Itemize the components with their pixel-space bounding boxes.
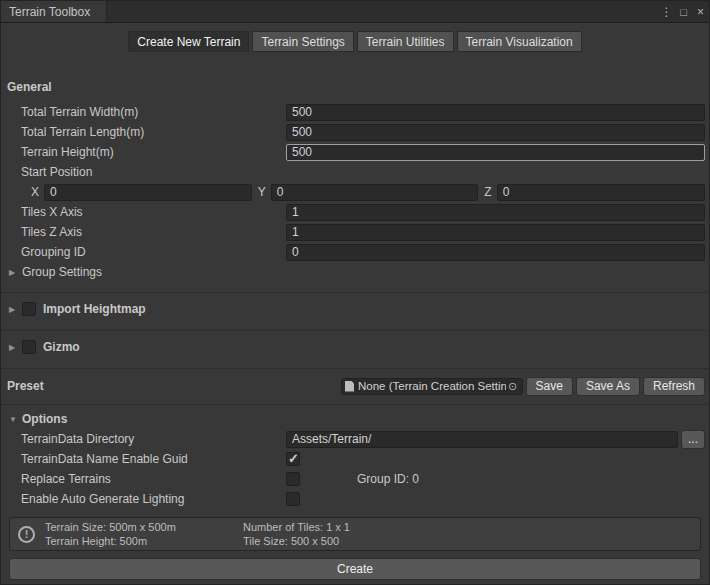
y-axis-group: Y [258, 184, 479, 201]
replace-terrains-row: Replace Terrains Group ID: 0 [1, 469, 709, 489]
z-axis-group: Z [484, 184, 705, 201]
gizmo-label: Gizmo [43, 340, 80, 354]
x-position-input[interactable] [44, 184, 252, 201]
auto-generate-lighting-checkbox[interactable] [286, 492, 300, 506]
preset-row: Preset None (Terrain Creation Setting ⊙ … [1, 376, 709, 396]
terrain-height-row: Terrain Height(m) [1, 142, 709, 162]
terraindata-name-guid-row: TerrainData Name Enable Guid [1, 449, 709, 469]
grouping-id-input[interactable] [286, 244, 705, 261]
z-axis-label: Z [484, 185, 491, 199]
scriptable-object-icon [345, 381, 354, 392]
preset-object-field[interactable]: None (Terrain Creation Setting ⊙ [341, 378, 523, 395]
save-button[interactable]: Save [526, 377, 573, 396]
total-terrain-width-label: Total Terrain Width(m) [21, 105, 286, 119]
kebab-menu-icon[interactable]: ⋮ [658, 1, 675, 22]
foldout-collapsed-arrow-icon [9, 305, 22, 314]
terraindata-directory-input[interactable] [286, 431, 678, 448]
import-heightmap-section: Import Heightmap [1, 292, 709, 320]
tiles-x-axis-input[interactable] [286, 204, 705, 221]
z-position-input[interactable] [497, 184, 705, 201]
tiles-x-axis-row: Tiles X Axis [1, 202, 709, 222]
preset-object-value: None (Terrain Creation Setting [358, 380, 506, 392]
tab-bar: Create New Terrain Terrain Settings Terr… [1, 31, 709, 52]
preset-section: Preset None (Terrain Creation Setting ⊙ … [1, 368, 709, 396]
window-tab[interactable]: Terrain Toolbox [1, 1, 107, 22]
group-settings-foldout[interactable]: Group Settings [1, 262, 709, 282]
titlebar-spacer [107, 1, 658, 22]
general-section-header: General [1, 52, 709, 102]
total-terrain-length-row: Total Terrain Length(m) [1, 122, 709, 142]
gizmo-checkbox[interactable] [22, 340, 36, 354]
gizmo-section: Gizmo [1, 330, 709, 358]
tile-info: Number of Tiles: 1 x 1 Tile Size: 500 x … [243, 520, 350, 548]
tiles-z-axis-row: Tiles Z Axis [1, 222, 709, 242]
auto-generate-lighting-label: Enable Auto Generate Lighting [21, 492, 286, 506]
x-axis-group: X [31, 184, 252, 201]
tile-size-text: Tile Size: 500 x 500 [243, 534, 350, 548]
create-button[interactable]: Create [9, 558, 701, 580]
terrain-height-text: Terrain Height: 500m [45, 534, 233, 548]
foldout-collapsed-arrow-icon [9, 268, 22, 277]
terraindata-directory-row: TerrainData Directory ... [1, 429, 709, 449]
import-heightmap-foldout[interactable]: Import Heightmap [1, 298, 709, 320]
tab-create-new-terrain[interactable]: Create New Terrain [128, 31, 249, 52]
terrain-size-text: Terrain Size: 500m x 500m [45, 520, 233, 534]
gizmo-foldout[interactable]: Gizmo [1, 336, 709, 358]
terrain-toolbox-window: Terrain Toolbox ⋮ □ × Create New Terrain… [0, 0, 710, 585]
grouping-id-row: Grouping ID [1, 242, 709, 262]
import-heightmap-checkbox[interactable] [22, 302, 36, 316]
window-title: Terrain Toolbox [9, 5, 90, 19]
tiles-z-axis-label: Tiles Z Axis [21, 225, 286, 239]
start-position-label: Start Position [21, 165, 286, 179]
options-section: Options TerrainData Directory ... Terrai… [1, 404, 709, 509]
terrain-size-info: Terrain Size: 500m x 500m Terrain Height… [45, 520, 233, 548]
number-of-tiles-text: Number of Tiles: 1 x 1 [243, 520, 350, 534]
import-heightmap-label: Import Heightmap [43, 302, 146, 316]
replace-terrains-checkbox[interactable] [286, 472, 300, 486]
terraindata-name-guid-label: TerrainData Name Enable Guid [21, 452, 286, 466]
preset-label: Preset [7, 379, 338, 393]
info-icon: ! [18, 526, 35, 543]
group-id-text: Group ID: 0 [357, 472, 419, 486]
object-picker-icon[interactable]: ⊙ [506, 380, 520, 393]
foldout-collapsed-arrow-icon [9, 343, 22, 352]
terrain-height-input[interactable] [286, 144, 705, 161]
start-position-xyz-row: X Y Z [1, 182, 709, 202]
refresh-button[interactable]: Refresh [643, 377, 705, 396]
terraindata-directory-label: TerrainData Directory [21, 432, 286, 446]
titlebar: Terrain Toolbox ⋮ □ × [1, 1, 709, 23]
total-terrain-width-row: Total Terrain Width(m) [1, 102, 709, 122]
tab-terrain-visualization[interactable]: Terrain Visualization [457, 31, 582, 52]
tab-terrain-utilities[interactable]: Terrain Utilities [357, 31, 454, 52]
group-settings-label: Group Settings [22, 265, 102, 279]
foldout-expanded-arrow-icon [9, 415, 22, 424]
close-icon[interactable]: × [692, 1, 709, 22]
browse-directory-button[interactable]: ... [681, 430, 705, 449]
replace-terrains-label: Replace Terrains [21, 472, 286, 486]
x-axis-label: X [31, 185, 39, 199]
terraindata-name-guid-checkbox[interactable] [286, 452, 300, 466]
y-axis-label: Y [258, 185, 266, 199]
terrain-info-helpbox: ! Terrain Size: 500m x 500m Terrain Heig… [9, 517, 701, 551]
options-foldout[interactable]: Options [1, 409, 709, 429]
grouping-id-label: Grouping ID [21, 245, 286, 259]
options-header-label: Options [22, 412, 67, 426]
terrain-height-label: Terrain Height(m) [21, 145, 286, 159]
total-terrain-length-label: Total Terrain Length(m) [21, 125, 286, 139]
tab-terrain-settings[interactable]: Terrain Settings [252, 31, 353, 52]
save-as-button[interactable]: Save As [576, 377, 640, 396]
tiles-x-axis-label: Tiles X Axis [21, 205, 286, 219]
start-position-row: Start Position [1, 162, 709, 182]
y-position-input[interactable] [271, 184, 479, 201]
total-terrain-length-input[interactable] [286, 124, 705, 141]
maximize-icon[interactable]: □ [675, 1, 692, 22]
total-terrain-width-input[interactable] [286, 104, 705, 121]
auto-generate-lighting-row: Enable Auto Generate Lighting [1, 489, 709, 509]
tiles-z-axis-input[interactable] [286, 224, 705, 241]
